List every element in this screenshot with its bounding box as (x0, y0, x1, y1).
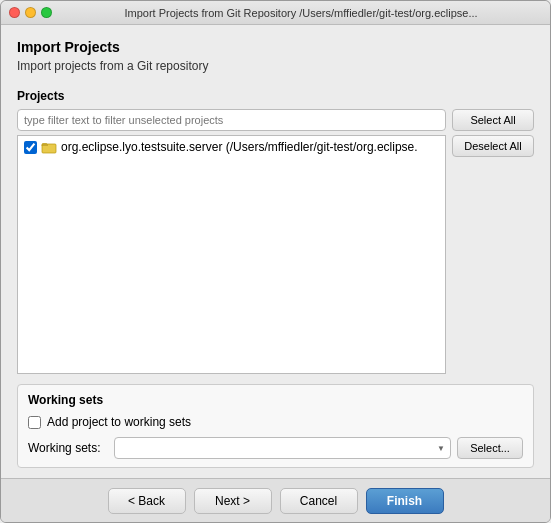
finish-button[interactable]: Finish (366, 488, 444, 514)
project-checkbox[interactable] (24, 141, 37, 154)
titlebar: Import Projects from Git Repository /Use… (1, 1, 550, 25)
page-title: Import Projects (17, 39, 534, 55)
select-all-button[interactable]: Select All (452, 109, 534, 131)
next-button[interactable]: Next > (194, 488, 272, 514)
add-to-working-sets-checkbox[interactable] (28, 416, 41, 429)
folder-icon (41, 139, 57, 155)
window-title: Import Projects from Git Repository /Use… (60, 7, 542, 19)
minimize-button[interactable] (25, 7, 36, 18)
projects-section: Projects Select All (17, 89, 534, 374)
projects-list-area: org.eclipse.lyo.testsuite.server (/Users… (17, 135, 534, 374)
side-buttons: Deselect All (452, 135, 534, 374)
page-subtitle: Import projects from a Git repository (17, 59, 534, 73)
deselect-all-button[interactable]: Deselect All (452, 135, 534, 157)
close-button[interactable] (9, 7, 20, 18)
maximize-button[interactable] (41, 7, 52, 18)
working-sets-section: Working sets Add project to working sets… (17, 384, 534, 468)
window: Import Projects from Git Repository /Use… (0, 0, 551, 523)
traffic-lights (9, 7, 52, 18)
working-sets-label: Working sets: (28, 441, 108, 455)
working-sets-row: Working sets: Select... (28, 437, 523, 459)
bottom-bar: < Back Next > Cancel Finish (1, 478, 550, 522)
main-content: Import Projects Import projects from a G… (1, 25, 550, 478)
svg-rect-1 (43, 145, 48, 147)
filter-row: Select All (17, 109, 534, 131)
working-sets-combo[interactable] (114, 437, 451, 459)
cancel-button[interactable]: Cancel (280, 488, 358, 514)
back-button[interactable]: < Back (108, 488, 186, 514)
filter-input[interactable] (17, 109, 446, 131)
projects-list: org.eclipse.lyo.testsuite.server (/Users… (17, 135, 446, 374)
working-sets-title: Working sets (28, 393, 523, 407)
list-item: org.eclipse.lyo.testsuite.server (/Users… (18, 136, 445, 158)
add-working-set-row: Add project to working sets (28, 415, 523, 429)
working-sets-select-button[interactable]: Select... (457, 437, 523, 459)
project-label: org.eclipse.lyo.testsuite.server (/Users… (61, 140, 418, 154)
projects-section-label: Projects (17, 89, 534, 103)
working-sets-combo-wrapper (114, 437, 451, 459)
add-to-working-sets-label: Add project to working sets (47, 415, 191, 429)
